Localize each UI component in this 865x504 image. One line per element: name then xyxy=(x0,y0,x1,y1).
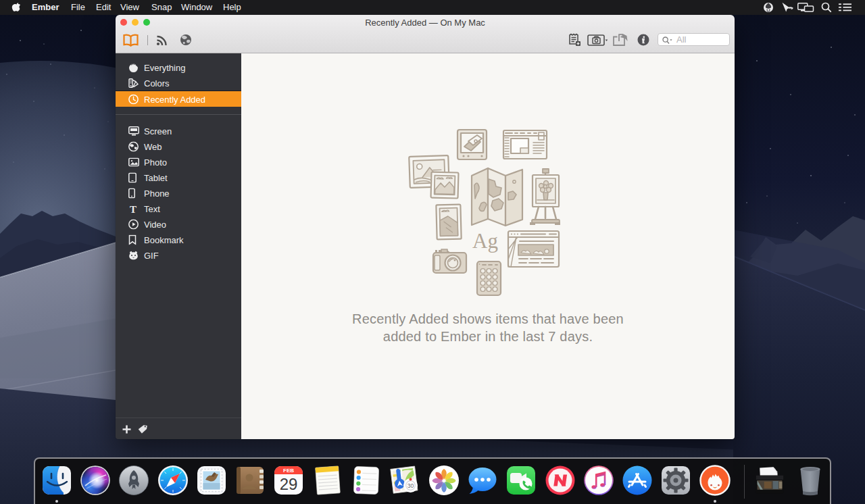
svg-text:T: T xyxy=(130,204,137,213)
svg-text:30: 30 xyxy=(407,482,414,489)
svg-text:FEB: FEB xyxy=(283,468,294,474)
svg-text:29: 29 xyxy=(280,475,298,493)
svg-text:Ag: Ag xyxy=(472,229,498,253)
